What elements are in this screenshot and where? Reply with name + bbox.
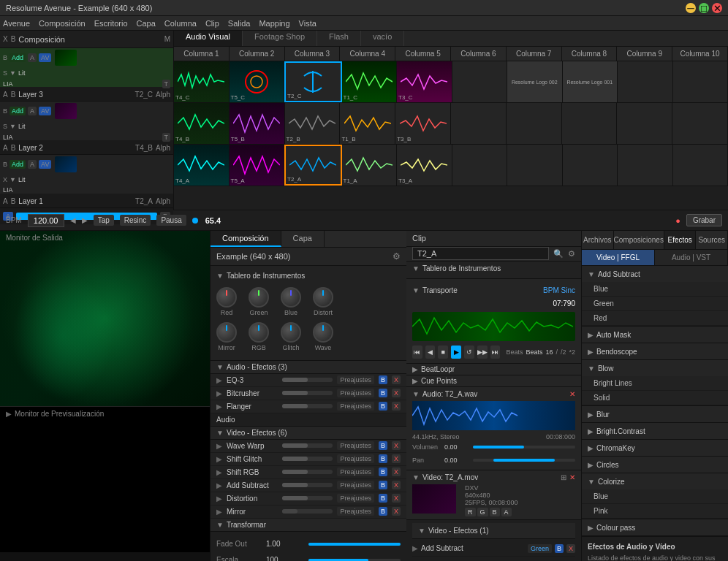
col-header-2[interactable]: Columna 2 (230, 47, 285, 61)
tab-capa[interactable]: Capa (281, 231, 325, 247)
col-header-6[interactable]: Columna 6 (451, 47, 507, 61)
clip-2-3[interactable]: T2_B (285, 103, 341, 144)
l3-arrow[interactable]: ▼ (10, 69, 16, 77)
sr-bar[interactable] (282, 470, 333, 474)
beatloop-arrow[interactable]: ▶ (412, 365, 418, 373)
fadeout-slider[interactable] (308, 543, 401, 546)
as-btn-x[interactable]: X (392, 481, 401, 489)
dist-bar[interactable] (282, 496, 333, 500)
item-colorize-pink[interactable]: Pink (582, 504, 728, 519)
cat-circles-header[interactable]: ▶ Circles (582, 457, 728, 473)
knob-rgb[interactable] (249, 322, 269, 343)
item-as-green[interactable]: Green (582, 297, 728, 311)
clip-name-input[interactable] (412, 247, 549, 260)
sr-btn-b[interactable]: B (379, 468, 387, 476)
cat-bendoscope-header[interactable]: ▶ Bendoscope (582, 343, 728, 359)
clip-3-3[interactable]: T2_C (284, 61, 342, 102)
clip-1-8[interactable] (563, 145, 618, 186)
knob-glitch[interactable] (281, 322, 301, 343)
clip-3-1[interactable]: T4_C (174, 61, 230, 102)
cat-cp-header[interactable]: ▶ Colour pass (582, 519, 728, 535)
cat-blow-header[interactable]: ▼ Blow (582, 360, 728, 376)
close-button[interactable]: ✕ (712, 3, 722, 13)
as-arrow[interactable]: ▶ (216, 481, 222, 489)
clip-3-6[interactable] (452, 61, 508, 102)
clip-3-8[interactable]: Resolume Logo 001 (563, 61, 618, 102)
clip-1-7[interactable] (507, 145, 563, 186)
col-header-4[interactable]: Columna 4 (340, 47, 395, 61)
clip-transport-arrow[interactable]: ▼ (412, 286, 420, 294)
audio-section-arrow[interactable]: ▼ (412, 390, 420, 398)
skip-fwd-btn[interactable]: ⏭ (490, 346, 501, 359)
ww-preset[interactable]: Preajustes (337, 441, 374, 450)
ce-blend-value[interactable]: Green (528, 544, 552, 553)
clip-effects-header[interactable]: ▼ Video - Efectos (1) (412, 523, 575, 539)
clip-1-3[interactable]: T2_A (284, 145, 342, 186)
skip-back-btn[interactable]: ⏮ (412, 346, 422, 359)
next-btn[interactable]: ▶▶ (477, 346, 488, 359)
va-tab-video[interactable]: Video | FFGL (582, 250, 655, 265)
clip-3-10[interactable] (673, 61, 729, 102)
tab-composiciones[interactable]: Composiciones (614, 231, 664, 249)
cat-add-subtract-header[interactable]: ▼ Add Subtract (582, 266, 728, 282)
tab-sources[interactable]: Sources (696, 231, 728, 249)
bitcrusher-preset[interactable]: Preajustes (337, 389, 374, 397)
sg-bar[interactable] (282, 457, 333, 461)
item-blow-solid[interactable]: Solid (582, 391, 728, 405)
clip-2-2[interactable]: T5_B (230, 103, 285, 144)
ce-btn-x[interactable]: X (566, 544, 575, 553)
mir-btn-x[interactable]: X (392, 507, 401, 516)
sr-preset[interactable]: Preajustes (337, 468, 374, 476)
eq3-arrow[interactable]: ▶ (216, 376, 222, 384)
prev-btn[interactable]: ◀ (425, 346, 436, 359)
video-expand-icon[interactable]: ⊞ (561, 473, 566, 481)
cat-blur-header[interactable]: ▶ Blur (582, 406, 728, 422)
tab-archivos[interactable]: Archivos (582, 231, 614, 249)
col-header-7[interactable]: Columna 7 (507, 47, 562, 61)
clip-2-7[interactable] (507, 103, 562, 144)
maximize-button[interactable]: □ (699, 3, 709, 13)
preview-arrow[interactable]: ▶ (6, 410, 12, 418)
ww-btn-b[interactable]: B (379, 441, 387, 450)
bpm-minus[interactable]: ◀ (70, 216, 76, 224)
sg-arrow[interactable]: ▶ (216, 455, 222, 463)
sg-btn-b[interactable]: B (379, 454, 387, 463)
dist-arrow[interactable]: ▶ (216, 495, 222, 503)
menu-clip[interactable]: Clip (205, 19, 219, 28)
clip-1-2[interactable]: T5_A (230, 145, 285, 186)
menu-columna[interactable]: Columna (164, 19, 197, 28)
tab-flash[interactable]: Flash (317, 31, 361, 46)
sr-btn-x[interactable]: X (392, 468, 401, 476)
cat-bc-header[interactable]: ▶ Bright.Contrast (582, 423, 728, 439)
col-header-5[interactable]: Columna 5 (395, 47, 451, 61)
va-tab-audio[interactable]: Audio | VST (655, 250, 728, 265)
menu-salida[interactable]: Salida (228, 19, 251, 28)
vol-slider[interactable] (473, 446, 575, 449)
pause-button[interactable]: Pausa (156, 215, 186, 226)
item-as-blue[interactable]: Blue (582, 282, 728, 297)
cuepoints-arrow[interactable]: ▶ (412, 377, 418, 385)
item-colorize-blue[interactable]: Blue (582, 489, 728, 504)
ww-btn-x[interactable]: X (392, 441, 401, 450)
col-header-1[interactable]: Columna 1 (174, 47, 230, 61)
bitcrusher-arrow[interactable]: ▶ (216, 389, 222, 397)
menu-capa[interactable]: Capa (137, 19, 156, 28)
dist-btn-x[interactable]: X (392, 494, 401, 503)
clip-2-1[interactable]: T4_B (174, 103, 230, 144)
clip-1-9[interactable] (618, 145, 673, 186)
menu-composicion[interactable]: Composición (39, 19, 86, 28)
eq3-preset[interactable]: Preajustes (337, 375, 374, 384)
bpm-plus[interactable]: ▶ (82, 216, 88, 224)
as-bar[interactable] (282, 483, 333, 487)
knob-wave[interactable] (313, 322, 333, 343)
video-section-arrow[interactable]: ▼ (412, 473, 420, 481)
as-preset[interactable]: Preajustes (337, 481, 374, 489)
clip-3-9[interactable] (618, 61, 673, 102)
l1-arrow[interactable]: ▼ (10, 176, 16, 183)
clip-instrument-arrow[interactable]: ▼ (412, 264, 420, 272)
audio-close-icon[interactable]: ✕ (569, 390, 575, 398)
bitcrusher-bar[interactable] (282, 391, 333, 395)
clip-2-9[interactable] (617, 103, 672, 144)
vid-btn-r[interactable]: R (465, 508, 476, 516)
menu-avenue[interactable]: Avenue (3, 19, 30, 28)
